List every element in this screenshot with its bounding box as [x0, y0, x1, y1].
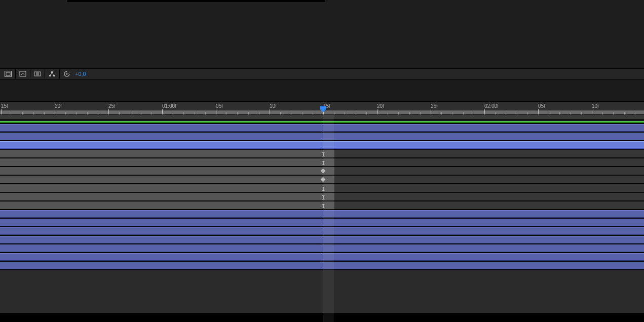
property-value-bar	[0, 158, 334, 166]
viewer-toolbar: +0,0	[0, 68, 644, 79]
svg-rect-9	[53, 75, 55, 76]
fast-preview-icon[interactable]	[62, 69, 72, 78]
layer-bar[interactable]	[0, 133, 644, 140]
svg-rect-2	[20, 71, 26, 76]
layer-row[interactable]	[0, 218, 644, 227]
property-row[interactable]	[0, 167, 644, 175]
render-graph-icon[interactable]	[47, 69, 57, 78]
layer-row[interactable]	[0, 210, 644, 218]
keyframe-hold-icon[interactable]: I	[322, 203, 325, 210]
timeline-header-gap	[0, 79, 644, 102]
property-row[interactable]: I	[0, 158, 644, 167]
layer-bar[interactable]	[0, 121, 644, 123]
keyframe-hold-icon[interactable]: I	[322, 186, 325, 192]
timecode-overlay-icon[interactable]	[32, 69, 43, 78]
svg-rect-0	[5, 71, 12, 77]
svg-line-14	[68, 72, 69, 73]
property-row[interactable]: I	[0, 149, 644, 158]
svg-line-10	[50, 73, 52, 75]
layer-row[interactable]	[0, 227, 644, 235]
property-value-bar	[0, 202, 334, 209]
property-row[interactable]	[0, 175, 644, 184]
svg-rect-7	[51, 71, 53, 73]
preview-panel	[0, 0, 644, 68]
keyframe-hold-icon[interactable]: I	[322, 194, 325, 201]
layer-bar[interactable]	[0, 262, 644, 269]
layer-row[interactable]	[0, 141, 644, 149]
layer-row[interactable]	[0, 132, 644, 141]
property-value-bar	[0, 150, 334, 157]
property-value-bar	[0, 193, 334, 200]
channel-toggle-icon[interactable]	[18, 69, 28, 78]
timeline-tracks[interactable]: IIIII	[0, 120, 644, 270]
layer-bar[interactable]	[0, 236, 644, 244]
layer-row[interactable]	[0, 253, 644, 261]
layer-bar[interactable]	[0, 141, 644, 149]
layer-row[interactable]	[0, 244, 644, 253]
work-area-bar[interactable]	[0, 114, 644, 119]
svg-rect-1	[6, 72, 10, 75]
layer-bar[interactable]	[0, 124, 644, 132]
layer-bar[interactable]	[0, 245, 644, 252]
layer-bar[interactable]	[0, 210, 644, 218]
exposure-value[interactable]: +0,0	[75, 71, 86, 77]
property-value-bar	[0, 176, 334, 183]
layer-bar[interactable]	[0, 219, 644, 226]
property-row[interactable]: I	[0, 201, 644, 210]
layer-bar[interactable]	[0, 253, 644, 261]
svg-rect-8	[49, 75, 51, 76]
svg-line-11	[52, 73, 54, 75]
comp-thumb-strip	[67, 0, 325, 2]
property-row[interactable]: I	[0, 192, 644, 201]
title-safe-icon[interactable]	[3, 69, 13, 78]
property-row[interactable]: I	[0, 184, 644, 192]
layer-row[interactable]	[0, 124, 644, 132]
layer-row[interactable]	[0, 261, 644, 270]
property-value-bar	[0, 167, 334, 175]
property-value-bar	[0, 184, 334, 192]
layer-bar[interactable]	[0, 227, 644, 235]
keyframe-hold-icon[interactable]: I	[322, 151, 325, 158]
timeline-empty-area	[0, 270, 644, 313]
svg-point-12	[66, 73, 68, 75]
bottom-bar	[0, 313, 644, 322]
layer-row[interactable]	[0, 235, 644, 244]
time-ruler[interactable]: 15f20f25f01:00f05f10f15f20f25f02:00f05f1…	[0, 102, 644, 114]
keyframe-hold-icon[interactable]: I	[322, 160, 325, 167]
